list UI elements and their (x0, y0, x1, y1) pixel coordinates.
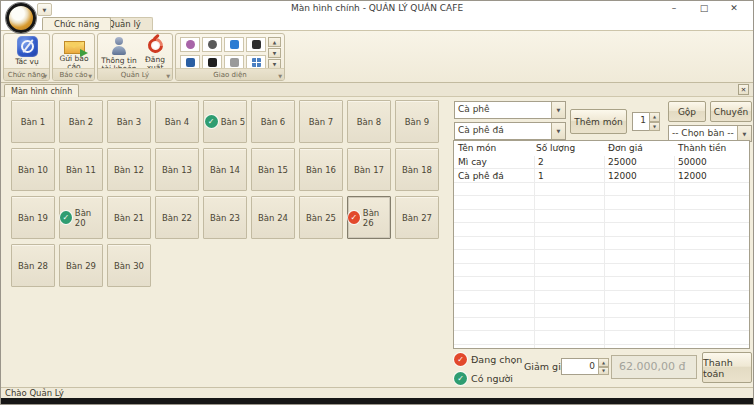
table-button[interactable]: ✓ Bàn 13 (155, 148, 199, 191)
table-button[interactable]: ✓ Bàn 17 (347, 148, 391, 191)
theme-gallery-item[interactable] (180, 37, 200, 52)
table-button[interactable]: ✓ Bàn 26 (347, 196, 391, 239)
stepper-down-icon[interactable]: ▼ (649, 122, 660, 132)
table-button-label: Bàn 13 (162, 165, 192, 175)
category-combobox[interactable]: Cà phê ▼ (454, 101, 566, 119)
pay-button[interactable]: Thanh toán (702, 352, 752, 383)
table-button[interactable]: ✓ Bàn 15 (251, 148, 295, 191)
theme-icon (186, 40, 195, 49)
theme-gallery-item[interactable] (202, 37, 222, 52)
table-button[interactable]: ✓ Bàn 23 (203, 196, 247, 239)
table-button-label: Bàn 7 (309, 117, 334, 127)
table-button-label: Bàn 14 (210, 165, 240, 175)
table-button[interactable]: ✓ Bàn 28 (11, 244, 55, 287)
gallery-scroll-up-icon[interactable]: ▲ (268, 37, 281, 47)
transfer-table-button[interactable]: Chuyển (710, 101, 752, 122)
table-button[interactable]: ✓ Bàn 8 (347, 100, 391, 143)
table-button[interactable]: ✓ Bàn 18 (395, 148, 439, 191)
table-button[interactable]: ✓ Bàn 24 (251, 196, 295, 239)
ribbon-tab-chuc-nang[interactable]: Chức năng (42, 17, 111, 30)
group-dropdown-icon[interactable]: ▼ (278, 73, 282, 79)
stepper-up-icon[interactable]: ▲ (598, 358, 609, 367)
quick-access-dropdown-button[interactable]: ▼ (37, 3, 52, 16)
table-button-label: Bàn 24 (258, 213, 288, 223)
table-button[interactable]: ✓ Bàn 11 (59, 148, 103, 191)
group-dropdown-icon[interactable]: ▼ (166, 73, 170, 79)
table-button-label: Bàn 21 (114, 213, 144, 223)
table-button[interactable]: ✓ Bàn 7 (299, 100, 343, 143)
stepper-up-icon[interactable]: ▲ (649, 112, 660, 122)
table-button[interactable]: ✓ Bàn 16 (299, 148, 343, 191)
gui-bao-cao-button[interactable]: Gửi báo cáo (54, 36, 94, 71)
theme-gallery (180, 37, 270, 70)
tab-man-hinh-chinh[interactable]: Màn hình chính (4, 84, 79, 98)
dang-xuat-button[interactable]: Đăng xuất (138, 36, 172, 72)
table-button[interactable]: ✓ Bàn 20 (59, 196, 103, 239)
quantity-stepper[interactable]: 1 ▲ ▼ (632, 112, 660, 131)
table-button[interactable]: ✓ Bàn 30 (107, 244, 151, 287)
theme-icon (186, 58, 195, 67)
document-close-icon[interactable]: ✕ (738, 84, 749, 95)
order-row[interactable]: Cà phê đá 1 12000 12000 (454, 170, 749, 184)
add-item-button[interactable]: Thêm món (570, 109, 627, 134)
application-menu-orb-icon[interactable] (6, 3, 36, 33)
window-controls: – □ ✕ (659, 1, 749, 17)
discount-stepper[interactable]: 0 ▲ ▼ (561, 358, 609, 375)
theme-icon (208, 58, 217, 67)
legend-co-nguoi: ✓ Có người (454, 372, 513, 385)
stepper-down-icon[interactable]: ▼ (598, 367, 609, 376)
ribbon-tab-row: Chức năng Quản lý (1, 17, 753, 30)
stepper-arrows: ▲ ▼ (649, 112, 660, 131)
user-account-icon (109, 36, 129, 56)
table-button-label: Bàn 15 (258, 165, 288, 175)
merge-tables-button[interactable]: Gộp (668, 101, 706, 122)
item-combobox[interactable]: Cà phê đá ▼ (454, 122, 566, 140)
table-button[interactable]: ✓ Bàn 14 (203, 148, 247, 191)
ribbon-group-chuc-nang: Tác vụ Chức năng ▼ (3, 33, 50, 81)
ribbon-group-quan-ly: Thông tin tài khoản Đăng xuất Quản Lý ▼ (97, 33, 173, 81)
minimize-button[interactable]: – (659, 1, 689, 17)
quantity-value: 1 (632, 112, 649, 131)
table-button[interactable]: ✓ Bàn 3 (107, 100, 151, 143)
table-button-label: Bàn 5 (221, 117, 246, 127)
theme-gallery-item[interactable] (224, 37, 244, 52)
table-button[interactable]: ✓ Bàn 2 (59, 100, 103, 143)
table-button[interactable]: ✓ Bàn 5 (203, 100, 247, 143)
table-button[interactable]: ✓ Bàn 25 (299, 196, 343, 239)
chevron-down-icon: ▼ (551, 102, 565, 118)
table-button-label: Bàn 3 (117, 117, 142, 127)
theme-gallery-item[interactable] (246, 37, 266, 52)
table-button[interactable]: ✓ Bàn 29 (59, 244, 103, 287)
grid-cell-don-gia: 25000 (608, 156, 637, 170)
maximize-button[interactable]: □ (689, 1, 719, 17)
tac-vu-button[interactable]: Tác vụ (6, 36, 48, 66)
grid-cell-so-luong: 2 (538, 156, 544, 170)
status-bar: Chào Quản Lý (1, 387, 753, 398)
table-button[interactable]: ✓ Bàn 27 (395, 196, 439, 239)
theme-icon (230, 58, 239, 67)
table-button[interactable]: ✓ Bàn 4 (155, 100, 199, 143)
order-row[interactable]: Mì cay 2 25000 50000 (454, 156, 749, 170)
table-button[interactable]: ✓ Bàn 6 (251, 100, 295, 143)
table-button-label: Bàn 9 (405, 117, 430, 127)
table-button-label: Bàn 23 (210, 213, 240, 223)
column-header-ten-mon: Tên món (458, 141, 496, 156)
table-button[interactable]: ✓ Bàn 1 (11, 100, 55, 143)
group-dropdown-icon[interactable]: ▼ (43, 73, 47, 79)
table-button[interactable]: ✓ Bàn 12 (107, 148, 151, 191)
gallery-scroll-down-icon[interactable]: ▼ (268, 48, 281, 58)
table-select-value: -- Chọn bàn -- (669, 126, 737, 141)
table-button[interactable]: ✓ Bàn 21 (107, 196, 151, 239)
document-tab-strip: Màn hình chính ✕ (1, 83, 753, 97)
column-header-thanh-tien: Thành tiền (678, 141, 726, 156)
group-dropdown-icon[interactable]: ▼ (88, 73, 92, 79)
table-button-label: Bàn 20 (75, 208, 102, 228)
table-button-label: Bàn 19 (18, 213, 48, 223)
app-window: Màn hình chính - QUẢN LÝ QUÁN CAFE – □ ✕… (0, 0, 754, 405)
close-button[interactable]: ✕ (719, 1, 749, 17)
table-button[interactable]: ✓ Bàn 9 (395, 100, 439, 143)
table-button-label: Bàn 30 (114, 261, 144, 271)
table-button[interactable]: ✓ Bàn 10 (11, 148, 55, 191)
table-button[interactable]: ✓ Bàn 22 (155, 196, 199, 239)
table-button[interactable]: ✓ Bàn 19 (11, 196, 55, 239)
